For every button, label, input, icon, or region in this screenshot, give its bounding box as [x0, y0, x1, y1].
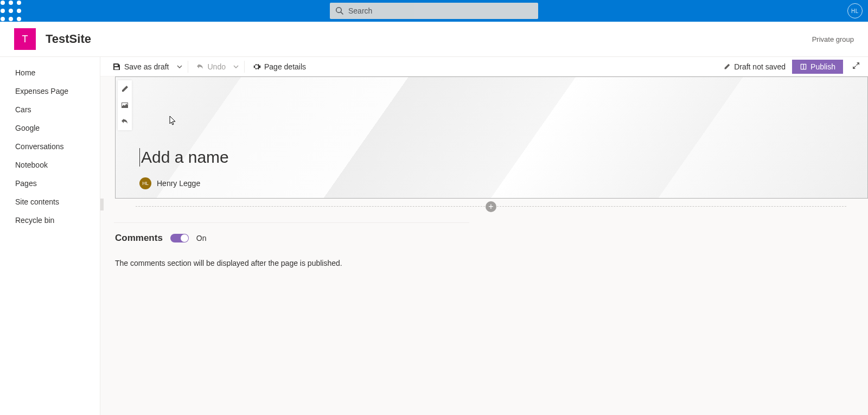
site-header: T TestSite Private group [0, 22, 868, 57]
publish-label: Publish [810, 62, 835, 71]
undo-split-chevron[interactable] [231, 62, 241, 72]
page-title-input[interactable]: Add a name [139, 148, 229, 167]
nav-item-home[interactable]: Home [0, 63, 100, 82]
pencil-icon [723, 63, 731, 71]
left-nav: Home Expenses Page Cars Google Conversat… [0, 57, 100, 415]
page-details-button[interactable]: Page details [248, 58, 310, 75]
page-details-label: Page details [264, 62, 306, 71]
site-privacy-label: Private group [812, 35, 854, 43]
title-area[interactable]: Add a name HL Henry Legge [115, 76, 868, 199]
save-as-draft-button[interactable]: Save as draft [108, 58, 174, 75]
change-image-button[interactable] [119, 100, 130, 111]
pencil-icon [120, 85, 129, 93]
add-webpart-button[interactable]: + [486, 201, 496, 212]
save-split-chevron[interactable] [175, 62, 184, 72]
undo-label: Undo [208, 62, 226, 71]
page-author: HL Henry Legge [139, 177, 200, 189]
add-section-button[interactable]: + [100, 199, 104, 210]
main-area: Save as draft Undo [100, 57, 868, 415]
waffle-icon [0, 0, 22, 22]
chevron-down-icon [177, 64, 182, 69]
comments-heading: Comments [115, 233, 163, 244]
svg-point-0 [1, 1, 5, 5]
mouse-cursor [169, 116, 177, 128]
svg-point-2 [17, 1, 21, 5]
comments-toggle-label: On [196, 234, 207, 242]
svg-point-8 [17, 17, 21, 21]
edit-header-button[interactable] [119, 84, 130, 94]
nav-item-google[interactable]: Google [0, 119, 100, 137]
suite-bar: HL [0, 0, 868, 22]
svg-point-5 [17, 9, 21, 13]
comments-note: The comments section will be displayed a… [115, 259, 469, 267]
search-input[interactable] [348, 7, 533, 15]
nav-item-notebook[interactable]: Notebook [0, 156, 100, 174]
section-divider: + [136, 206, 846, 207]
page-canvas: Add a name HL Henry Legge + + Comments [100, 76, 868, 415]
author-avatar: HL [139, 177, 151, 189]
gear-icon [252, 62, 261, 71]
title-area-toolbar [118, 80, 132, 130]
undo-button[interactable]: Undo [192, 58, 230, 75]
save-label: Save as draft [124, 62, 169, 71]
image-icon [120, 101, 129, 110]
publish-button[interactable]: Publish [792, 60, 843, 74]
nav-item-pages[interactable]: Pages [0, 174, 100, 193]
save-icon [112, 62, 121, 71]
svg-point-4 [9, 9, 13, 13]
account-avatar[interactable]: HL [847, 3, 863, 18]
publish-icon [800, 63, 807, 71]
separator [188, 61, 188, 73]
separator [244, 61, 245, 73]
site-logo[interactable]: T [14, 28, 36, 50]
draft-status: Draft not saved [723, 62, 786, 71]
undo-icon [120, 117, 129, 126]
reset-header-button[interactable] [119, 116, 130, 127]
fullscreen-button[interactable] [850, 61, 863, 72]
undo-icon [196, 62, 205, 71]
svg-point-6 [1, 17, 5, 21]
svg-point-1 [9, 1, 13, 5]
search-box[interactable] [330, 3, 538, 19]
nav-item-recycle-bin[interactable]: Recycle bin [0, 211, 100, 229]
svg-point-7 [9, 17, 13, 21]
toggle-knob [181, 234, 188, 242]
draft-status-text: Draft not saved [734, 62, 786, 71]
nav-item-expenses[interactable]: Expenses Page [0, 82, 100, 100]
site-title: TestSite [46, 32, 91, 46]
nav-item-site-contents[interactable]: Site contents [0, 193, 100, 211]
nav-item-conversations[interactable]: Conversations [0, 137, 100, 156]
search-icon [335, 7, 344, 15]
comments-toggle[interactable] [170, 234, 189, 242]
expand-icon [852, 61, 860, 70]
command-bar: Save as draft Undo [100, 57, 868, 76]
nav-item-cars[interactable]: Cars [0, 100, 100, 119]
app-launcher-button[interactable] [0, 0, 22, 22]
author-name: Henry Legge [157, 179, 200, 188]
comments-section: Comments On The comments section will be… [114, 222, 469, 267]
svg-point-3 [1, 9, 5, 13]
chevron-down-icon [233, 64, 239, 69]
